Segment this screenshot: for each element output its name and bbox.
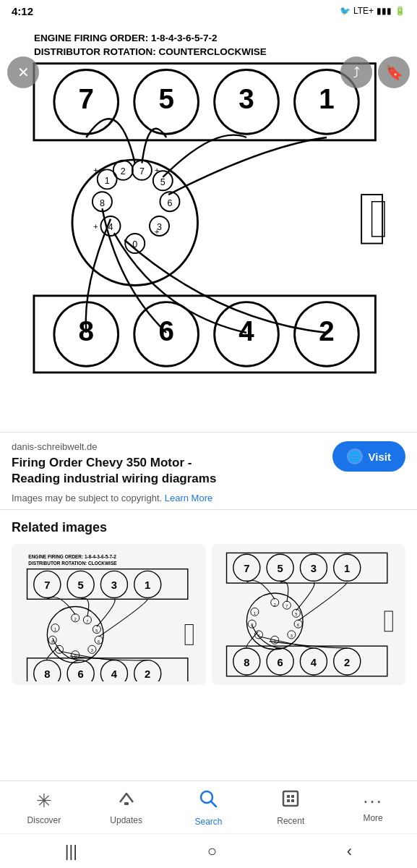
svg-text:ENGINE FIRING ORDER: 1-8-4-3-6: ENGINE FIRING ORDER: 1-8-4-3-6-5-7-2	[34, 33, 218, 43]
svg-text:1: 1	[344, 563, 350, 574]
nav-bar: ✳ Discover Updates Search Recent ··· Mor…	[0, 781, 417, 833]
right-toolbar: ⤴ 🔖	[340, 56, 410, 88]
svg-text:5: 5	[77, 579, 83, 591]
info-title: Firing Order Chevy 350 Motor -Reading in…	[12, 455, 324, 487]
learn-more-link[interactable]: Learn More	[165, 493, 212, 503]
svg-rect-86	[227, 553, 387, 583]
related-diagram-2: 7 5 3 1 2 7 5 6 3	[216, 548, 400, 681]
related-section: Related images ENGINE FIRING ORDER: 1-8-…	[0, 510, 417, 691]
updates-label: Updates	[110, 815, 142, 825]
svg-text:2: 2	[74, 617, 76, 621]
svg-text:4: 4	[311, 657, 317, 668]
svg-text:1: 1	[145, 579, 150, 591]
svg-text:5: 5	[95, 629, 98, 633]
svg-text:3: 3	[111, 579, 117, 591]
nav-item-updates[interactable]: Updates	[85, 783, 168, 831]
svg-text:2: 2	[344, 657, 350, 668]
svg-text:6: 6	[167, 198, 172, 208]
svg-text:8: 8	[100, 198, 105, 208]
menu-button[interactable]: |||	[51, 836, 92, 867]
svg-point-12	[72, 160, 198, 286]
svg-text:2: 2	[121, 166, 126, 176]
svg-text:6: 6	[98, 639, 100, 644]
svg-rect-131	[291, 799, 294, 802]
svg-line-126	[211, 801, 216, 807]
svg-text:3: 3	[91, 649, 93, 653]
svg-text:1: 1	[105, 176, 110, 186]
related-image-2[interactable]: 7 5 3 1 2 7 5 6 3	[212, 544, 406, 685]
nav-item-search[interactable]: Search	[168, 783, 250, 833]
svg-text:+: +	[93, 166, 98, 174]
svg-text:5: 5	[278, 563, 283, 574]
svg-text:8: 8	[79, 315, 94, 346]
svg-rect-129	[291, 795, 294, 798]
status-bar: 4:12 🐦 LTE+ ▮▮▮ 🔋	[0, 0, 417, 20]
recent-label: Recent	[277, 816, 304, 826]
svg-text:+: +	[155, 227, 160, 236]
svg-text:3: 3	[311, 563, 317, 574]
svg-text:7: 7	[286, 604, 288, 608]
more-label: More	[363, 813, 382, 823]
visit-label: Visit	[369, 451, 391, 463]
svg-text:7: 7	[44, 579, 50, 591]
svg-rect-85	[185, 625, 193, 645]
network-icon: LTE+	[353, 6, 374, 16]
svg-rect-123	[384, 611, 392, 631]
info-section: danis-schreibwelt.de Firing Order Chevy …	[0, 433, 417, 510]
close-button[interactable]: ✕	[7, 56, 39, 88]
svg-text:+: +	[155, 166, 160, 174]
svg-text:6: 6	[297, 623, 299, 627]
visit-button[interactable]: 🌐 Visit	[332, 441, 405, 472]
svg-text:2: 2	[319, 315, 334, 346]
svg-text:8: 8	[244, 657, 249, 668]
bottom-navigation: ✳ Discover Updates Search Recent ··· Mor…	[0, 780, 417, 868]
visit-globe-icon: 🌐	[347, 448, 363, 464]
battery-icon: 🔋	[395, 6, 405, 16]
info-footer: Images may be subject to copyright. Lear…	[12, 493, 405, 503]
svg-text:8: 8	[44, 668, 50, 680]
svg-text:4: 4	[238, 315, 254, 346]
svg-text:6: 6	[158, 315, 173, 346]
svg-text:1: 1	[254, 611, 256, 616]
svg-text:1: 1	[54, 627, 56, 631]
back-button[interactable]: ‹	[332, 836, 366, 867]
svg-text:6: 6	[278, 657, 283, 668]
info-source: danis-schreibwelt.de	[12, 441, 324, 452]
svg-text:6: 6	[77, 668, 83, 680]
svg-text:ENGINE FIRING ORDER: 1-8-4-3-6: ENGINE FIRING ORDER: 1-8-4-3-6-5-7-2	[28, 554, 116, 559]
svg-rect-114	[227, 646, 387, 676]
search-icon	[198, 788, 218, 814]
notification-icon: 🐦	[340, 6, 351, 16]
page-content: ✕ ⤴ 🔖 ENGINE FIRING ORDER: 1-8-4-3-6-5-7…	[0, 20, 417, 778]
nav-item-recent[interactable]: Recent	[249, 783, 332, 832]
bookmark-button[interactable]: 🔖	[378, 56, 410, 88]
svg-text:7: 7	[86, 619, 88, 624]
svg-text:5: 5	[296, 613, 298, 617]
recent-icon	[281, 789, 300, 813]
svg-text:7: 7	[139, 166, 145, 176]
svg-text:+: +	[93, 222, 98, 231]
discover-label: Discover	[27, 815, 61, 825]
home-button[interactable]: ○	[193, 836, 231, 867]
status-time: 4:12	[12, 5, 33, 17]
related-image-1[interactable]: ENGINE FIRING ORDER: 1-8-4-3-6-5-7-2 DIS…	[12, 544, 206, 685]
related-title: Related images	[12, 520, 405, 535]
svg-text:2: 2	[145, 668, 150, 680]
related-diagram-1: ENGINE FIRING ORDER: 1-8-4-3-6-5-7-2 DIS…	[17, 548, 201, 681]
search-label: Search	[194, 817, 222, 827]
signal-icon: ▮▮▮	[377, 6, 392, 16]
svg-text:3: 3	[291, 634, 293, 638]
svg-text:DISTRIBUTOR ROTATION: COUNTERC: DISTRIBUTOR ROTATION: COUNTERCLOCKWISE	[34, 46, 267, 57]
svg-text:7: 7	[244, 563, 249, 574]
discover-icon: ✳	[36, 790, 52, 812]
share-button[interactable]: ⤴	[340, 56, 372, 88]
nav-item-discover[interactable]: ✳ Discover	[3, 784, 85, 831]
image-toolbar: ✕ ⤴ 🔖	[0, 56, 417, 88]
more-icon: ···	[363, 791, 383, 810]
system-nav-bar: ||| ○ ‹	[0, 833, 417, 868]
svg-rect-48	[27, 569, 187, 600]
svg-text:DISTRIBUTOR ROTATION: CLOCKWIS: DISTRIBUTOR ROTATION: CLOCKWISE	[28, 561, 117, 566]
svg-rect-124	[124, 802, 129, 805]
related-grid: ENGINE FIRING ORDER: 1-8-4-3-6-5-7-2 DIS…	[12, 544, 405, 685]
nav-item-more[interactable]: ··· More	[332, 786, 414, 829]
